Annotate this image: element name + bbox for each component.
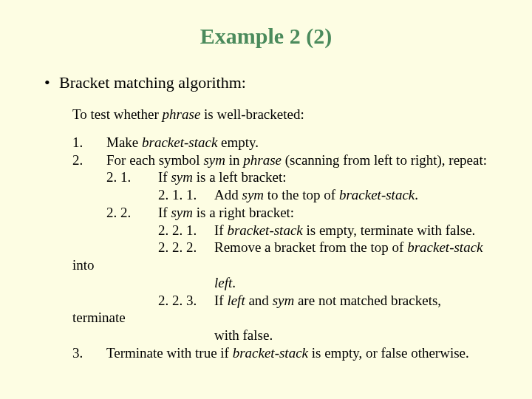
- slide: Example 2 (2) • Bracket matching algorit…: [0, 0, 532, 377]
- into-line: into: [72, 256, 502, 274]
- step-num: 2. 2. 1.: [158, 222, 214, 239]
- step-num: 2. 2. 2.: [158, 239, 214, 256]
- bullet-icon: •: [44, 72, 59, 93]
- steps-end: with false. 3. Terminate with true if br…: [72, 327, 502, 362]
- step-2-2-1: 2. 2. 1. If bracket-stack is empty, term…: [158, 222, 475, 239]
- step-1: 1. Make bracket-stack empty.: [72, 134, 259, 151]
- left-body: left.: [214, 274, 236, 292]
- terminate-line: terminate: [72, 309, 502, 327]
- step-num: 2. 2.: [106, 204, 158, 256]
- step-num: 2.: [72, 151, 106, 257]
- step-body: Make bracket-stack empty.: [106, 134, 259, 151]
- steps-cont: left. 2. 2. 3. If left and sym are not m…: [72, 274, 502, 310]
- step-2-1: 2. 1. If sym is a left bracket: 2. 1. 1.…: [106, 168, 418, 204]
- withfalse-line: with false.: [72, 327, 273, 344]
- step-num: 2. 1. 1.: [158, 186, 214, 204]
- step-2-1-1: 2. 1. 1. Add sym to the top of bracket-s…: [158, 186, 418, 204]
- slide-title: Example 2 (2): [30, 22, 502, 50]
- step-num: 2. 2. 3.: [158, 292, 214, 310]
- bullet-item: • Bracket matching algorithm:: [44, 72, 502, 93]
- step-2-2-2: 2. 2. 2. Remove a bracket from the top o…: [158, 239, 483, 256]
- steps: 1. Make bracket-stack empty. 2. For each…: [72, 134, 502, 256]
- step-body: Terminate with true if bracket-stack is …: [106, 344, 469, 362]
- step-body: If bracket-stack is empty, terminate wit…: [214, 222, 475, 239]
- left-line: left. 2. 2. 3. If left and sym are not m…: [72, 274, 441, 310]
- withfalse-body: with false.: [214, 327, 273, 344]
- step-body: Add sym to the top of bracket-stack.: [214, 186, 418, 204]
- step-body: For each symbol sym in phrase (scanning …: [106, 151, 487, 257]
- step-body: If sym is a right bracket: 2. 2. 1. If b…: [158, 204, 483, 256]
- step-2-2-3: 2. 2. 3. If left and sym are not matched…: [158, 292, 441, 310]
- step-num: 3.: [72, 344, 106, 362]
- step-body: Remove a bracket from the top of bracket…: [214, 239, 483, 256]
- step-3: 3. Terminate with true if bracket-stack …: [72, 344, 469, 362]
- intro-line: To test whether phrase is well-bracketed…: [72, 106, 502, 123]
- step-body: If left and sym are not matched brackets…: [214, 292, 441, 310]
- bullet-text: Bracket matching algorithm:: [59, 72, 246, 93]
- step-num: 2. 1.: [106, 168, 158, 204]
- step-2: 2. For each symbol sym in phrase (scanni…: [72, 151, 487, 257]
- step-num: 1.: [72, 134, 106, 151]
- step-body: If sym is a left bracket: 2. 1. 1. Add s…: [158, 168, 418, 204]
- step-2-2: 2. 2. If sym is a right bracket: 2. 2. 1…: [106, 204, 483, 256]
